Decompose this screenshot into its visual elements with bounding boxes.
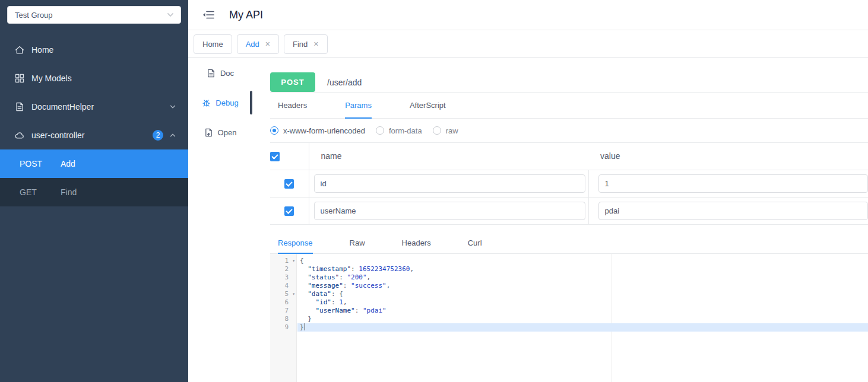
- count-badge: 2: [153, 130, 163, 141]
- sidebar-item-user-controller[interactable]: user-controller 2: [0, 121, 188, 149]
- line-number: 5▾: [270, 290, 296, 298]
- params-header-row: name value: [270, 143, 868, 170]
- text-cursor: [305, 323, 305, 330]
- fold-icon[interactable]: ▾: [292, 290, 295, 298]
- models-icon: [15, 74, 24, 83]
- request-tab-headers[interactable]: Headers: [278, 93, 307, 118]
- sidebar-item-documenthelper[interactable]: DocumentHelper: [0, 93, 188, 121]
- sidebar-subitem-label: Find: [61, 187, 77, 197]
- code-line: }: [297, 323, 868, 332]
- line-number: 2: [270, 265, 296, 273]
- open-icon: [204, 128, 213, 137]
- editor-gutter: 1▾ 2 3 4 5▾ 6 7 8 9: [270, 254, 297, 382]
- mode-tab-debug[interactable]: Debug: [188, 88, 252, 117]
- chevron-down-icon: [166, 11, 175, 19]
- group-select[interactable]: Test Group: [7, 6, 181, 24]
- request-tab-params[interactable]: Params: [345, 93, 372, 118]
- line-number: 7: [270, 307, 296, 315]
- param-name-input[interactable]: [314, 202, 585, 220]
- param-value-input[interactable]: [598, 174, 868, 193]
- editor-code: { "timestamp": 1652234752360, "status": …: [297, 254, 868, 332]
- sidebar-subitem-find[interactable]: GET Find: [0, 178, 188, 206]
- mode-tab-open[interactable]: Open: [188, 117, 252, 147]
- params-header-check: [270, 143, 309, 170]
- body-type-x-www-form-urlencoded[interactable]: x-www-form-urlencoded: [270, 126, 365, 135]
- doc-tab-label: Add: [246, 40, 259, 49]
- code-line: "message": "success",: [297, 282, 868, 290]
- page-title: My API: [229, 9, 263, 21]
- line-number: 4: [270, 282, 296, 290]
- line-number: 9: [270, 323, 296, 332]
- mode-tabs: Doc Debug Open: [188, 58, 252, 382]
- sidebar-submenu: POST Add GET Find: [0, 149, 188, 206]
- url-input[interactable]: [315, 72, 868, 92]
- response-tab-raw[interactable]: Raw: [350, 233, 365, 253]
- code-line: "data": {: [297, 290, 868, 298]
- close-tab-icon[interactable]: ×: [313, 40, 318, 48]
- mode-tab-label: Debug: [216, 98, 238, 107]
- param-check-cell: [270, 170, 309, 197]
- response-tab-headers[interactable]: Headers: [402, 233, 431, 253]
- doc-tab-add[interactable]: Add ×: [237, 34, 279, 54]
- mode-tab-label: Open: [218, 128, 237, 137]
- param-col-name: name: [309, 143, 588, 170]
- param-col-value: value: [588, 143, 868, 170]
- code-line: "status": "200",: [297, 273, 868, 282]
- topbar: My API: [188, 0, 868, 30]
- method-label: POST: [20, 159, 61, 168]
- body-type-raw[interactable]: raw: [433, 126, 458, 135]
- request-tabbar: Headers Params AfterScript: [270, 93, 868, 119]
- param-check-cell: [270, 197, 309, 224]
- main-area: My API Home Add × Find × Doc Debug Open …: [188, 0, 868, 382]
- response-editor[interactable]: 1▾ 2 3 4 5▾ 6 7 8 9 { "timestamp": 16522…: [270, 254, 868, 382]
- doc-tab-find[interactable]: Find ×: [284, 34, 327, 54]
- code-line: {: [297, 257, 868, 265]
- sidebar-item-label: user-controller: [31, 130, 153, 140]
- param-name-input[interactable]: [314, 174, 585, 193]
- sidebar-subitem-add[interactable]: POST Add: [0, 149, 188, 178]
- body-type-label: form-data: [389, 126, 422, 135]
- sidebar-item-my-models[interactable]: My Models: [0, 64, 188, 93]
- method-label: GET: [20, 187, 61, 197]
- workspace: Doc Debug Open POST Headers Params After…: [188, 58, 868, 382]
- response-tabbar: Response Raw Headers Curl: [270, 233, 868, 254]
- fold-icon[interactable]: ▾: [292, 257, 295, 265]
- param-value-input[interactable]: [598, 202, 868, 220]
- document-tabbar: Home Add × Find ×: [188, 30, 868, 58]
- row-checkbox[interactable]: [284, 179, 294, 189]
- request-panel: POST Headers Params AfterScript x-www-fo…: [270, 58, 868, 382]
- radio-icon: [433, 126, 441, 135]
- sidebar-menu: Home My Models DocumentHelper user-contr…: [0, 36, 188, 149]
- group-select-value: Test Group: [15, 11, 166, 20]
- response-tab-curl[interactable]: Curl: [468, 233, 482, 253]
- doc-tab-home[interactable]: Home: [194, 34, 232, 54]
- chevron-up-icon: [169, 132, 176, 139]
- sidebar-subitem-label: Add: [61, 159, 75, 168]
- sidebar: Test Group Home My Models DocumentHelper…: [0, 0, 188, 382]
- cloud-icon: [15, 130, 24, 140]
- row-checkbox[interactable]: [284, 206, 294, 216]
- mode-tab-doc[interactable]: Doc: [188, 58, 252, 88]
- mode-tab-label: Doc: [220, 69, 234, 78]
- radio-icon: [376, 126, 384, 135]
- response-tab-response[interactable]: Response: [278, 233, 313, 253]
- sidebar-item-home[interactable]: Home: [0, 36, 188, 64]
- param-value-cell: [588, 170, 868, 197]
- code-line: "id": 1,: [297, 298, 868, 307]
- close-tab-icon[interactable]: ×: [265, 40, 270, 48]
- app-root: Test Group Home My Models DocumentHelper…: [0, 0, 868, 382]
- param-row: [270, 197, 868, 224]
- line-number: 8: [270, 315, 296, 323]
- endpoint-row: POST: [270, 72, 868, 93]
- code-line: "timestamp": 1652234752360,: [297, 265, 868, 273]
- body-type-label: raw: [446, 126, 458, 135]
- menu-fold-icon[interactable]: [202, 10, 214, 20]
- body-type-form-data[interactable]: form-data: [376, 126, 422, 135]
- param-name-cell: [309, 197, 588, 224]
- body-type-options: x-www-form-urlencoded form-data raw: [270, 119, 868, 143]
- doc-icon: [207, 69, 216, 78]
- document-icon: [15, 102, 24, 112]
- select-all-checkbox[interactable]: [270, 152, 280, 161]
- request-tab-afterscript[interactable]: AfterScript: [410, 93, 446, 118]
- line-number: 1▾: [270, 257, 296, 265]
